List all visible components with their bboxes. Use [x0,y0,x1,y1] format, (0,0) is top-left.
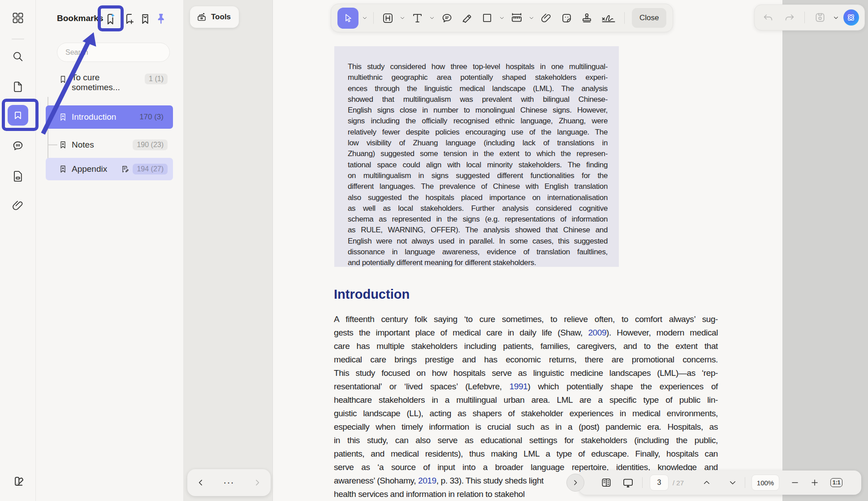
remove-bookmark-icon[interactable] [138,12,152,26]
pin-icon[interactable] [154,12,168,26]
divider [373,12,374,24]
text-line: Zhuang) suggested some tension in the ex… [348,148,608,159]
attachment-tool[interactable] [538,8,555,28]
rail-divider [12,39,24,39]
select-tool[interactable] [337,8,358,29]
bookmark-badge: 1 (1) [145,74,168,84]
zoom-out-icon[interactable] [791,479,799,487]
file-icon[interactable] [12,170,24,182]
text-line: relatively fewer despite policies encour… [348,127,608,138]
bookmark-label: Introduction [72,112,116,122]
text-line: schema as represented in the signs (e.g.… [348,214,608,225]
citation-link[interactable]: 2019 [418,476,436,485]
divider [804,12,805,23]
text-line: in this study, can also serve as educati… [334,434,718,447]
chevron-right-icon[interactable] [253,478,262,487]
presentation-icon[interactable] [622,477,634,489]
ai-assistant-icon[interactable] [843,9,859,26]
search-input[interactable] [57,43,170,62]
bookmark-label: Appendix [72,164,107,174]
paperclip-icon[interactable] [12,199,24,212]
swatches-icon[interactable] [12,475,24,487]
divider [642,477,643,488]
reading-mode-icon[interactable] [600,477,612,488]
bookmark-badge: 170 (3) [135,111,168,123]
page-icon[interactable] [12,80,24,93]
edit-bookmark-icon[interactable] [121,164,130,174]
left-rail [0,0,36,501]
bookmark-badge: 190 (23) [133,139,168,150]
text-line: ences through the linguistic medical lan… [348,83,608,94]
more-options-icon[interactable]: ... [224,478,234,487]
text-line: especially when timely information is cr… [334,420,718,434]
bookmark-label: To cure sometimes... [72,73,122,92]
bookmark-item-introduction[interactable]: Introduction 170 (3) [46,105,173,129]
abstract-text: This study considered how three top-leve… [348,61,608,269]
highlight-tool[interactable] [458,8,475,28]
search-icon[interactable] [12,50,24,63]
text-line: and potentially different meaning for di… [348,257,608,268]
shape-tool-dropdown[interactable] [499,8,505,28]
comment-tool[interactable] [438,8,455,28]
bookmark-badge: 194 (27) [133,164,168,174]
page-number-input[interactable] [650,475,669,491]
right-collapsed-panel [782,0,868,501]
sticker-tool[interactable] [558,8,575,28]
zoom-in-icon[interactable] [811,479,819,487]
text-line: on multilingualism in signs suggested di… [348,170,608,181]
text-line: healthcare stakeholders in a multilingua… [334,393,718,407]
stamp-tool[interactable] [578,8,595,28]
bookmark-label: Notes [72,140,94,150]
zoom-level[interactable]: 100% [751,475,779,491]
measure-tool[interactable] [508,8,525,28]
undo-icon[interactable] [760,8,777,27]
ai-bookmark-icon[interactable] [104,12,117,26]
text-line: different languages. The prevalence of C… [348,181,608,192]
bookmark-item-root[interactable]: To cure sometimes... 1 (1) [46,70,173,100]
page-total: / 27 [673,479,684,487]
text-line: low visibility of Zhuang language (inclu… [348,138,608,148]
heading-tool-dropdown[interactable] [399,8,406,28]
next-page-icon[interactable] [729,479,737,487]
save-icon[interactable] [812,8,828,27]
measure-tool-dropdown[interactable] [528,8,535,28]
expand-panel-button[interactable] [566,474,584,492]
heading-tool[interactable] [379,8,396,28]
bookmark-item-appendix[interactable]: Appendix 194 (27) [46,158,173,180]
save-dropdown[interactable] [833,8,839,27]
text-line: This study considered how three top-leve… [348,61,608,72]
tools-button[interactable]: Tools [190,6,239,28]
redo-icon[interactable] [781,8,798,27]
annotation-toolbar: Close [331,4,673,32]
chevron-left-icon[interactable] [196,478,205,487]
close-button[interactable]: Close [632,8,666,28]
actual-size-button[interactable]: 1:1 [830,478,842,487]
file-toolbar [754,4,865,30]
cursor-icon [343,13,353,23]
abstract-box: This study considered how three top-leve… [334,46,619,267]
citation-link[interactable]: 2009 [588,328,606,337]
add-bookmark-icon[interactable] [122,12,136,26]
text-line: guistic landscape (LL), acting as shaper… [334,407,718,420]
text-line: also suggested the hospitals placed impo… [348,192,608,203]
select-tool-dropdown[interactable] [362,8,368,28]
panel-pager: ... [187,469,271,496]
text-line: as well as local stakeholders. Further a… [348,203,608,214]
previous-page-icon[interactable] [703,479,711,487]
text-line: as RULE, WARNING, OFFER). The analysis s… [348,225,608,235]
text-tool-dropdown[interactable] [429,8,435,28]
citation-link[interactable]: 1991 [510,382,528,391]
text-tool[interactable] [409,8,426,28]
shape-tool[interactable] [479,8,496,28]
bookmarks-panel: Bookmarks To cure sometimes... 1 (1) Int… [36,0,184,501]
comment-icon[interactable] [12,139,24,152]
text-line: multiethnic geographic area potentially … [348,72,608,83]
bookmark-icon[interactable] [8,105,28,126]
bookmark-item-notes[interactable]: Notes 190 (23) [46,134,173,156]
document-view: This study considered how three top-leve… [273,0,782,501]
text-line: tational space could align with local mi… [348,160,608,170]
signature-tool[interactable] [598,8,619,28]
text-line: signs including the officially recognise… [348,116,608,126]
grid-icon[interactable] [12,12,24,24]
text-line: gests the important place of medical car… [334,326,718,340]
